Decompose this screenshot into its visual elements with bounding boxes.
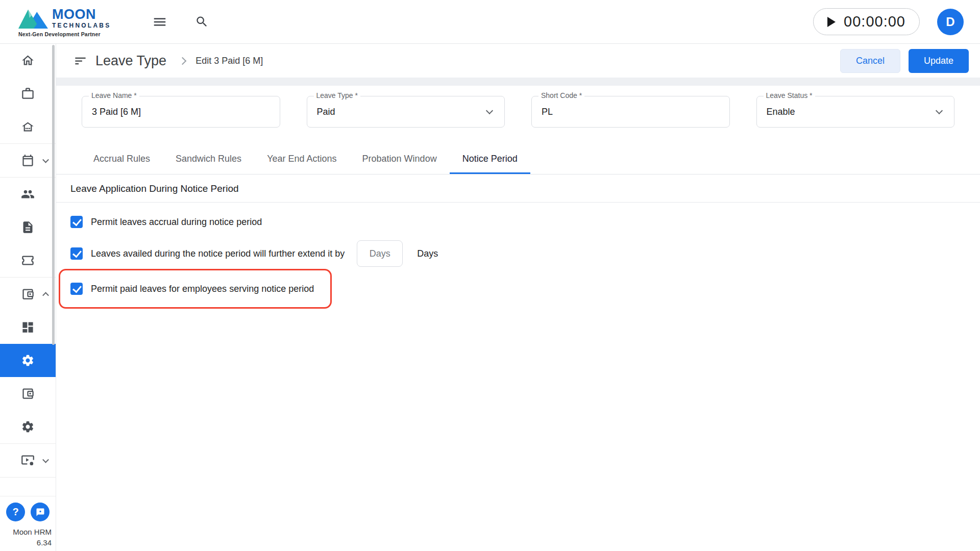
calendar-icon — [21, 154, 35, 167]
menu-toggle-button[interactable] — [149, 11, 170, 33]
field-label: Leave Name * — [89, 91, 139, 99]
page-header: Leave Type Edit 3 Paid [6 M] Cancel Upda… — [56, 44, 980, 78]
breadcrumb: Edit 3 Paid [6 M] — [195, 56, 263, 66]
help-icon: ? — [12, 506, 18, 518]
sidebar-item-home[interactable] — [0, 44, 56, 77]
ticket-icon — [21, 254, 35, 267]
chevron-down-icon — [486, 107, 493, 114]
sidebar-item-tickets[interactable] — [0, 244, 56, 277]
sidebar-item-wallet[interactable] — [0, 377, 56, 410]
update-button[interactable]: Update — [909, 49, 969, 73]
app-name: Moon HRM — [6, 528, 53, 536]
timer-widget[interactable]: 00:00:00 — [813, 8, 920, 35]
checkbox-row-permit-accrual[interactable]: Permit leaves accrual during notice peri… — [70, 216, 262, 228]
days-suffix-label: Days — [417, 248, 438, 259]
gear-icon — [21, 420, 35, 434]
content-area: Leave Name * 3 Paid [6 M] Leave Type * P… — [56, 96, 980, 309]
checkbox-row-permit-paid-leaves[interactable]: Permit paid leaves for employees serving… — [70, 283, 314, 295]
header-content-divider — [56, 78, 980, 86]
sidebar: ? Moon HRM 6.34 — [0, 44, 56, 551]
play-icon[interactable] — [827, 17, 836, 27]
moon-logo-icon — [18, 8, 48, 29]
logo-tagline: Next-Gen Development Partner — [18, 31, 137, 37]
tab-accrual-rules[interactable]: Accrual Rules — [81, 145, 163, 174]
sidebar-divider — [0, 477, 56, 478]
sidebar-item-dashboard[interactable] — [0, 311, 56, 344]
topbar: MOON TECHNOLABS Next-Gen Development Par… — [0, 0, 980, 44]
field-value: Paid — [307, 107, 335, 117]
checkbox-list: Permit leaves accrual during notice peri… — [56, 203, 980, 309]
tab-probation-window[interactable]: Probation Window — [350, 145, 450, 174]
checkbox-checked-icon[interactable] — [70, 216, 83, 228]
sidebar-footer: ? Moon HRM 6.34 — [0, 496, 56, 551]
chevron-up-icon — [42, 292, 49, 298]
other-house-icon — [21, 120, 35, 134]
wallet-icon — [21, 387, 35, 400]
main-content: Leave Type Edit 3 Paid [6 M] Cancel Upda… — [56, 44, 980, 551]
sidebar-item-documents[interactable] — [0, 211, 56, 244]
page-title: Leave Type — [95, 53, 166, 69]
chevron-down-icon — [42, 456, 49, 463]
logo-name: MOON — [52, 7, 111, 21]
sidebar-item-settings-active[interactable] — [0, 344, 56, 377]
section-title: Leave Application During Notice Period — [56, 174, 980, 203]
app-version: 6.34 — [6, 538, 53, 547]
leave-name-field[interactable]: Leave Name * 3 Paid [6 M] — [82, 96, 280, 128]
sidebar-item-calendar[interactable] — [0, 144, 56, 177]
sidebar-item-work[interactable] — [0, 77, 56, 110]
field-value: 3 Paid [6 M] — [82, 107, 141, 117]
form-fields-row: Leave Name * 3 Paid [6 M] Leave Type * P… — [82, 96, 954, 128]
checkbox-checked-icon[interactable] — [70, 283, 83, 295]
chevron-down-icon — [42, 156, 49, 163]
chevron-down-icon — [936, 107, 943, 114]
field-value: Enable — [757, 107, 795, 117]
field-label: Leave Type * — [314, 91, 360, 99]
sidebar-item-payroll[interactable] — [0, 278, 56, 311]
leave-type-select[interactable]: Leave Type * Paid — [307, 96, 505, 128]
checkbox-label: Permit paid leaves for employees serving… — [91, 284, 314, 294]
field-value: PL — [532, 107, 553, 117]
tab-sandwich-rules[interactable]: Sandwich Rules — [163, 145, 254, 174]
groups-icon — [21, 187, 35, 201]
document-icon — [21, 220, 35, 234]
briefcase-icon — [21, 87, 35, 101]
cancel-button[interactable]: Cancel — [840, 49, 900, 73]
chat-button[interactable] — [31, 503, 50, 521]
dashboard-icon — [21, 320, 35, 334]
timer-value: 00:00:00 — [844, 13, 905, 30]
search-button[interactable] — [192, 12, 212, 32]
days-input[interactable]: Days — [357, 240, 403, 267]
tab-bar: Accrual Rules Sandwich Rules Year End Ac… — [56, 145, 980, 174]
help-button[interactable]: ? — [6, 503, 25, 521]
checkbox-label: Leaves availed during the notice period … — [91, 248, 345, 259]
sort-icon[interactable] — [74, 54, 87, 68]
sidebar-item-employees[interactable] — [0, 178, 56, 211]
sidebar-item-settings[interactable] — [0, 410, 56, 443]
sidebar-item-video[interactable] — [0, 444, 56, 477]
wallet-icon — [21, 287, 35, 301]
red-highlight-annotation: Permit paid leaves for employees serving… — [59, 269, 332, 309]
checkbox-label: Permit leaves accrual during notice peri… — [91, 217, 262, 228]
checkbox-row-extend-notice[interactable]: Leaves availed during the notice period … — [70, 240, 438, 267]
field-label: Leave Status * — [764, 91, 815, 99]
hamburger-icon — [152, 14, 167, 30]
home-icon — [21, 54, 35, 67]
search-icon — [195, 15, 209, 29]
video-settings-icon — [21, 454, 35, 467]
tab-notice-period[interactable]: Notice Period — [450, 145, 530, 174]
logo[interactable]: MOON TECHNOLABS Next-Gen Development Par… — [0, 3, 142, 40]
field-label: Short Code * — [538, 91, 584, 99]
tab-year-end-actions[interactable]: Year End Actions — [254, 145, 349, 174]
chevron-right-icon — [179, 57, 187, 65]
chat-icon — [36, 508, 45, 517]
sidebar-item-organization[interactable] — [0, 110, 56, 143]
sidebar-scrollbar[interactable] — [52, 45, 55, 345]
short-code-field[interactable]: Short Code * PL — [531, 96, 730, 128]
leave-status-select[interactable]: Leave Status * Enable — [756, 96, 955, 128]
checkbox-checked-icon[interactable] — [70, 247, 83, 260]
user-avatar[interactable]: D — [937, 9, 964, 35]
logo-subtitle: TECHNOLABS — [52, 22, 111, 29]
gear-icon — [21, 354, 35, 367]
